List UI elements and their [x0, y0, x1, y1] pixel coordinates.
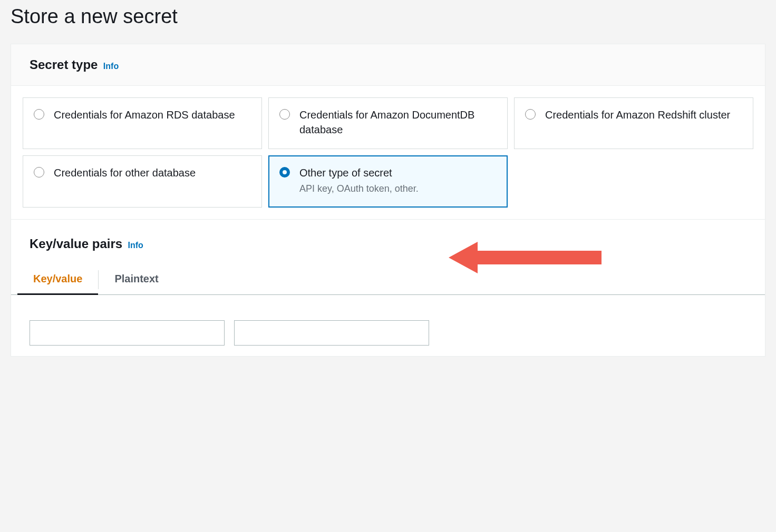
key-value-info-link[interactable]: Info [128, 241, 143, 250]
option-label: Credentials for other database [54, 165, 196, 180]
option-other-db[interactable]: Credentials for other database [23, 155, 262, 208]
key-input[interactable] [30, 320, 225, 346]
option-rds[interactable]: Credentials for Amazon RDS database [23, 97, 262, 149]
key-value-heading: Key/value pairs [30, 237, 122, 251]
kv-input-row [11, 295, 765, 356]
tab-plaintext[interactable]: Plaintext [99, 264, 174, 294]
kv-tabs: Key/value Plaintext [11, 264, 765, 295]
radio-icon [34, 167, 44, 178]
value-input[interactable] [234, 320, 429, 346]
secret-type-heading: Secret type [30, 57, 98, 72]
page-title: Store a new secret [11, 5, 765, 28]
option-label: Credentials for Amazon RDS database [54, 107, 235, 122]
option-label: Other type of secret [299, 165, 419, 180]
secret-panel: Secret type Info Credentials for Amazon … [11, 44, 765, 357]
key-value-header: Key/value pairs Info [11, 219, 765, 264]
radio-icon [34, 109, 44, 120]
tab-key-value[interactable]: Key/value [17, 264, 98, 295]
option-desc: API key, OAuth token, other. [299, 182, 419, 195]
secret-type-info-link[interactable]: Info [103, 62, 119, 71]
option-documentdb[interactable]: Credentials for Amazon DocumentDB databa… [268, 97, 508, 149]
secret-type-header: Secret type Info [11, 44, 765, 86]
radio-icon [525, 109, 536, 120]
radio-icon [279, 167, 290, 178]
secret-type-options: Credentials for Amazon RDS database Cred… [11, 86, 765, 219]
option-label: Credentials for Amazon Redshift cluster [545, 107, 730, 122]
option-redshift[interactable]: Credentials for Amazon Redshift cluster [514, 97, 753, 149]
option-other-secret[interactable]: Other type of secret API key, OAuth toke… [268, 155, 508, 208]
radio-icon [279, 109, 290, 120]
option-label: Credentials for Amazon DocumentDB databa… [299, 107, 497, 137]
